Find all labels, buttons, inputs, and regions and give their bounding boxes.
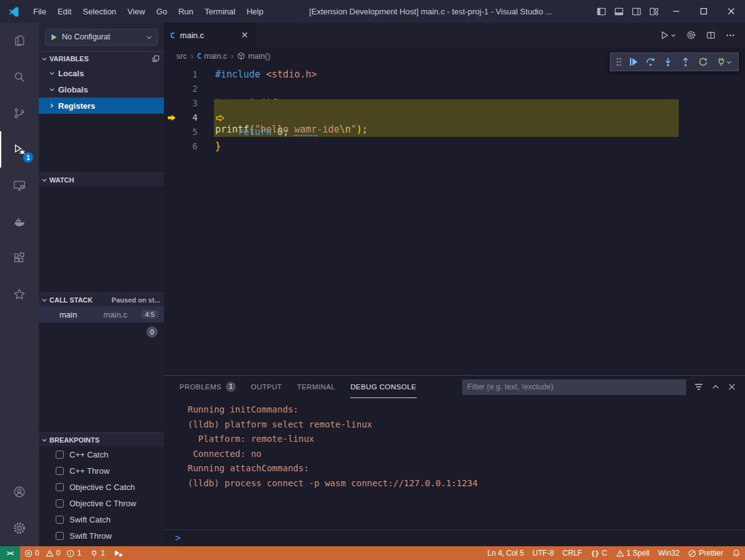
sidebar-item-remote-explorer[interactable]	[0, 168, 39, 204]
menu-selection[interactable]: Selection	[77, 4, 121, 19]
breakpoint-checkbox[interactable]	[56, 451, 64, 459]
more-actions-icon[interactable]	[726, 31, 735, 40]
close-panel-icon[interactable]	[727, 382, 736, 391]
cursor-position[interactable]: Ln 4, Col 5	[483, 546, 528, 560]
menu-edit[interactable]: Edit	[52, 4, 77, 19]
debug-status[interactable]	[109, 546, 127, 560]
call-stack-header[interactable]: CALL STACK Paused on st...	[39, 292, 164, 306]
menu-view[interactable]: View	[122, 4, 151, 19]
breakpoint-checkbox[interactable]	[56, 499, 64, 508]
menu-help[interactable]: Help	[241, 4, 269, 19]
watch-header[interactable]: WATCH	[39, 172, 164, 186]
breakpoint-item[interactable]: Swift Catch	[39, 511, 164, 528]
filter-lines-icon[interactable]	[694, 382, 704, 392]
close-tab-icon[interactable]: ✕	[241, 30, 248, 40]
encoding-indicator[interactable]: UTF-8	[528, 546, 558, 560]
breadcrumb-folder[interactable]: src	[176, 52, 187, 61]
breakpoints-title: BREAKPOINTS	[49, 436, 99, 444]
remote-indicator[interactable]: ><	[0, 546, 20, 560]
collapse-panel-icon[interactable]	[711, 382, 720, 391]
copy-value-icon[interactable]	[151, 54, 160, 63]
continue-button[interactable]	[624, 54, 642, 70]
tab-output[interactable]: OUTPUT	[251, 376, 282, 398]
menu-go[interactable]: Go	[151, 4, 173, 19]
step-over-button[interactable]	[642, 54, 659, 70]
breakpoints-header[interactable]: BREAKPOINTS	[39, 432, 164, 446]
watch-section: WATCH	[39, 172, 164, 292]
tab-debug-console[interactable]: DEBUG CONSOLE	[350, 376, 417, 398]
code-line-4: 4 printf("hello wamr-ide\n");	[164, 111, 745, 125]
gear-icon[interactable]	[686, 30, 696, 40]
status-bar-right: Ln 4, Col 5 UTF-8 CRLF {}C 1 Spell Win32…	[483, 546, 745, 560]
layout-sidebar-right-icon[interactable]	[627, 0, 645, 22]
variables-header[interactable]: VARIABLES	[39, 51, 164, 65]
platform-indicator[interactable]: Win32	[654, 546, 684, 560]
breakpoint-item[interactable]: C++ Throw	[39, 462, 164, 479]
code-editor[interactable]: 1#include <stdio.h>23int main(){4 printf…	[164, 64, 745, 375]
chevron-down-icon	[41, 297, 48, 303]
c-file-icon: C	[197, 52, 201, 61]
menu-terminal[interactable]: Terminal	[199, 4, 241, 19]
debug-console-input[interactable]: >	[164, 529, 745, 546]
breadcrumb-file[interactable]: Cmain.c	[197, 52, 227, 61]
breadcrumb-symbol[interactable]: main()	[237, 52, 270, 61]
console-filter-input[interactable]	[462, 379, 686, 395]
breakpoint-item[interactable]: C++ Catch	[39, 446, 164, 462]
stack-frame-row[interactable]: main main.c 4:5	[39, 306, 164, 322]
eol-indicator[interactable]: CRLF	[558, 546, 586, 560]
sidebar-item-star-extension[interactable]	[0, 276, 39, 312]
sidebar-item-source-control[interactable]	[0, 95, 39, 131]
start-debugging-icon[interactable]	[50, 33, 58, 41]
breakpoint-item[interactable]: Objective C Catch	[39, 479, 164, 495]
layout-sidebar-icon[interactable]	[592, 0, 610, 22]
scope-label: Locals	[58, 69, 84, 78]
run-icon[interactable]	[660, 31, 676, 40]
problems-status[interactable]: 0 0 1	[20, 546, 86, 560]
title-bar: File Edit Selection View Go Run Terminal…	[0, 0, 745, 22]
chevron-down-icon	[41, 56, 48, 62]
variables-scope-globals[interactable]: Globals	[39, 81, 164, 98]
prettier-status[interactable]: Prettier	[684, 546, 727, 560]
vscode-window: File Edit Selection View Go Run Terminal…	[0, 0, 745, 560]
sidebar-item-explorer[interactable]	[0, 22, 39, 59]
breakpoint-checkbox[interactable]	[56, 532, 64, 540]
restart-button[interactable]	[694, 54, 712, 70]
close-button[interactable]	[717, 0, 745, 22]
notifications-bell[interactable]	[727, 546, 745, 560]
variables-scope-locals[interactable]: Locals	[39, 65, 164, 81]
maximize-button[interactable]	[690, 0, 717, 22]
ports-status[interactable]: 1	[86, 546, 109, 560]
layout-panel-icon[interactable]	[610, 0, 627, 22]
breakpoint-checkbox[interactable]	[56, 516, 64, 524]
layout-customize-icon[interactable]	[645, 0, 662, 22]
menu-file[interactable]: File	[28, 4, 52, 19]
step-into-button[interactable]	[659, 54, 677, 70]
split-editor-icon[interactable]	[706, 31, 716, 40]
spell-checker-status[interactable]: 1 Spell	[612, 546, 654, 560]
breakpoint-label: C++ Catch	[69, 450, 108, 459]
inline-breakpoint-icon[interactable]	[215, 114, 679, 122]
breakpoint-checkbox[interactable]	[56, 483, 64, 491]
tab-main-c[interactable]: C main.c ✕	[164, 22, 255, 48]
tab-terminal[interactable]: TERMINAL	[297, 376, 335, 398]
sidebar-item-extensions[interactable]	[0, 240, 39, 276]
breakpoint-item[interactable]: Objective C Throw	[39, 495, 164, 511]
minimize-button[interactable]	[662, 0, 690, 22]
menu-run[interactable]: Run	[173, 4, 199, 19]
manage-button[interactable]	[0, 510, 39, 546]
variables-scope-registers[interactable]: Registers	[39, 98, 164, 114]
sidebar-item-run-and-debug[interactable]: 1	[0, 131, 39, 168]
tab-problems[interactable]: PROBLEMS 1	[180, 376, 236, 398]
sidebar-item-docker[interactable]	[0, 204, 39, 240]
sidebar-item-search[interactable]	[0, 59, 39, 95]
toolbar-grip-handle[interactable]	[613, 54, 624, 70]
accounts-button[interactable]	[0, 474, 39, 510]
language-mode[interactable]: {}C	[587, 546, 612, 560]
step-out-button[interactable]	[677, 54, 694, 70]
disconnect-button[interactable]	[712, 54, 736, 70]
breakpoint-checkbox[interactable]	[56, 467, 64, 475]
current-line-marker[interactable]	[164, 113, 179, 122]
panel-actions	[462, 379, 736, 395]
debug-config-dropdown[interactable]: No Configurat	[45, 29, 158, 46]
breakpoint-item[interactable]: Swift Throw	[39, 528, 164, 544]
